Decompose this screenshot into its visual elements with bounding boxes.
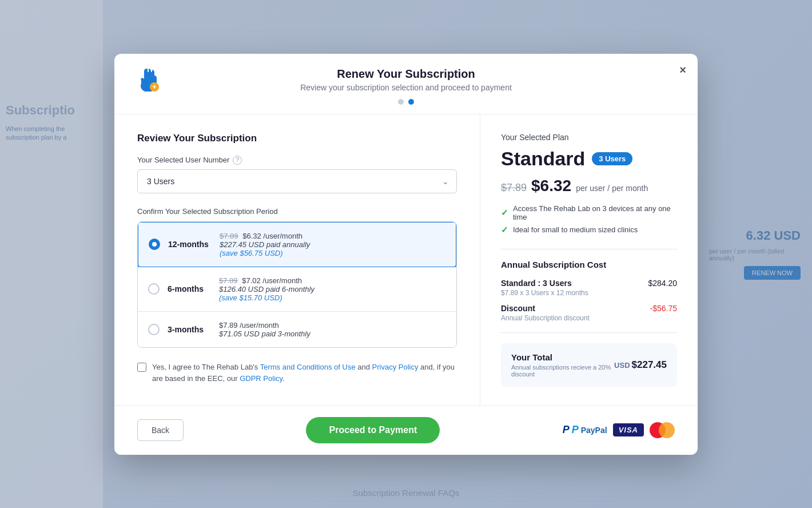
payment-logos: P P PayPal VISA <box>563 422 675 438</box>
terms-checkbox[interactable] <box>137 363 146 372</box>
period-name-6months: 6-months <box>168 284 219 293</box>
app-logo: + <box>132 65 161 95</box>
total-currency: USD <box>614 361 630 370</box>
period-unit-12months: /user/month <box>263 232 302 240</box>
period-save-6months: (save $15.70 USD) <box>219 293 446 302</box>
cost-row-left-discount: Discount Annual Subscription discount <box>501 304 650 322</box>
period-price-line-6months: $7.89 $7.02 /user/month <box>219 276 446 285</box>
modal-close-button[interactable]: × <box>679 64 686 76</box>
divider-2 <box>501 332 677 333</box>
step-dot-2 <box>408 99 414 105</box>
cost-row-standard: Standard : 3 Users $7.89 x 3 Users x 12 … <box>501 279 677 297</box>
cost-value-standard: $284.20 <box>648 279 677 288</box>
subscription-modal: + Renew Your Subscription Review your su… <box>114 54 698 455</box>
period-option-6months[interactable]: 6-months $7.89 $7.02 /user/month $126.40… <box>138 267 456 312</box>
svg-text:+: + <box>152 83 156 91</box>
cost-name-discount: Discount <box>501 304 650 313</box>
cost-sub-discount: Annual Subscription discount <box>501 314 650 322</box>
back-button[interactable]: Back <box>137 419 184 441</box>
period-save-12months: (save $56.75 USD) <box>220 249 445 257</box>
terms-text-1: Yes, I agree to The Rehab Lab's <box>152 363 260 371</box>
mc-orange-circle <box>659 422 675 438</box>
plan-current-price: $6.32 <box>531 177 571 195</box>
terms-link-2[interactable]: Privacy Policy <box>372 363 419 371</box>
paypal-text: PayPal <box>581 426 607 435</box>
period-unit-3months: /user/month <box>240 321 279 330</box>
cost-sub-standard: $7.89 x 3 Users x 12 months <box>501 289 648 297</box>
terms-text: Yes, I agree to The Rehab Lab's Terms an… <box>152 362 457 386</box>
user-number-label: Your Selected User Number ? <box>137 156 457 165</box>
modal-title: Renew Your Subscription <box>337 68 475 81</box>
plan-label: Your Selected Plan <box>501 133 677 142</box>
plan-badge: 3 Users <box>592 152 632 165</box>
period-current-6months: $7.02 <box>242 276 261 285</box>
modal-steps <box>398 99 414 105</box>
period-option-3months[interactable]: 3-months $7.89 /user/month $71.05 USD pa… <box>138 312 456 347</box>
period-name-3months: 3-months <box>168 325 219 334</box>
period-price-line-12months: $7.89 $6.32 /user/month <box>220 232 445 240</box>
mastercard-logo <box>650 422 675 438</box>
total-left: Your Total Annual subscriptions recieve … <box>511 352 614 378</box>
period-original-12months: $7.89 <box>220 232 238 240</box>
cost-row-left-standard: Standard : 3 Users $7.89 x 3 Users x 12 … <box>501 279 648 297</box>
period-options: 12-months $7.89 $6.32 /user/month $227.4… <box>137 221 457 348</box>
feature-text-1: Access The Rehab Lab on 3 devices at any… <box>513 204 677 221</box>
period-annual-12months: $227.45 USD paid annually <box>220 240 445 249</box>
period-label: Confirm Your Selected Subscription Perio… <box>137 207 457 216</box>
paypal-logo: P P PayPal <box>563 424 607 436</box>
plan-price-row: $7.89 $6.32 per user / per month <box>501 177 677 195</box>
period-current-3months: $7.89 <box>219 321 238 330</box>
plan-features: ✓ Access The Rehab Lab on 3 devices at a… <box>501 204 677 235</box>
check-icon-1: ✓ <box>501 208 508 218</box>
period-annual-3months: $71.05 USD paid 3-monthly <box>219 330 446 338</box>
left-section-title: Review Your Subscription <box>137 133 457 144</box>
modal-body: Review Your Subscription Your Selected U… <box>114 114 698 405</box>
cost-name-standard: Standard : 3 Users <box>501 279 648 288</box>
plan-name: Standard <box>501 148 585 170</box>
total-box: Your Total Annual subscriptions recieve … <box>501 343 677 387</box>
total-amount: USD$227.45 <box>614 359 667 371</box>
user-number-select-wrapper: 3 Users 1 User 5 Users 10 Users ⌄ <box>137 169 457 193</box>
total-label: Your Total <box>511 352 614 362</box>
period-unit-6months: /user/month <box>262 276 302 285</box>
period-name-12months: 12-months <box>168 240 220 249</box>
terms-section: Yes, I agree to The Rehab Lab's Terms an… <box>137 362 457 386</box>
plan-original-price: $7.89 <box>501 182 527 194</box>
check-icon-2: ✓ <box>501 225 508 235</box>
radio-3months <box>148 324 160 335</box>
cost-row-discount: Discount Annual Subscription discount -$… <box>501 304 677 322</box>
period-current-12months: $6.32 <box>242 232 261 240</box>
left-panel: Review Your Subscription Your Selected U… <box>114 114 480 405</box>
plan-feature-2: ✓ Ideal for small to medium sized clinic… <box>501 225 677 235</box>
period-option-12months[interactable]: 12-months $7.89 $6.32 /user/month $227.4… <box>137 221 457 268</box>
period-pricing-12months: $7.89 $6.32 /user/month $227.45 USD paid… <box>220 232 445 257</box>
period-pricing-3months: $7.89 /user/month $71.05 USD paid 3-mont… <box>219 321 446 338</box>
total-sub: Annual subscriptions recieve a 20% disco… <box>511 364 614 378</box>
modal-subtitle: Review your subscription selection and p… <box>300 83 512 92</box>
modal-header: + Renew Your Subscription Review your su… <box>114 54 698 114</box>
terms-text-2: and <box>356 363 372 371</box>
right-panel: Your Selected Plan Standard 3 Users $7.8… <box>480 114 698 405</box>
plan-name-row: Standard 3 Users <box>501 148 677 170</box>
terms-link-1[interactable]: Terms and Conditions of Use <box>260 363 356 371</box>
user-number-select[interactable]: 3 Users 1 User 5 Users 10 Users <box>137 169 457 193</box>
period-original-6months: $7.89 <box>219 276 238 285</box>
paypal-p1: P <box>563 424 570 436</box>
plan-price-unit: per user / per month <box>576 184 648 193</box>
terms-text-4: . <box>282 374 285 383</box>
feature-text-2: Ideal for small to medium sized clinics <box>513 225 638 234</box>
period-pricing-6months: $7.89 $7.02 /user/month $126.40 USD paid… <box>219 276 446 302</box>
visa-logo: VISA <box>613 423 644 436</box>
period-annual-6months: $126.40 USD paid 6-monthly <box>219 285 446 293</box>
bottom-faq-text: Subscription Renewal FAQs <box>353 488 460 498</box>
user-number-info-icon[interactable]: ? <box>233 156 242 165</box>
total-value: $227.45 <box>632 359 667 370</box>
proceed-to-payment-button[interactable]: Proceed to Payment <box>306 417 440 443</box>
terms-link-3[interactable]: GDPR Policy <box>240 374 282 383</box>
plan-feature-1: ✓ Access The Rehab Lab on 3 devices at a… <box>501 204 677 221</box>
cost-section-title: Annual Subscription Cost <box>501 260 677 269</box>
divider-1 <box>501 249 677 249</box>
period-price-line-3months: $7.89 /user/month <box>219 321 446 330</box>
paypal-p2: P <box>572 424 579 436</box>
cost-value-discount: -$56.75 <box>650 304 677 313</box>
